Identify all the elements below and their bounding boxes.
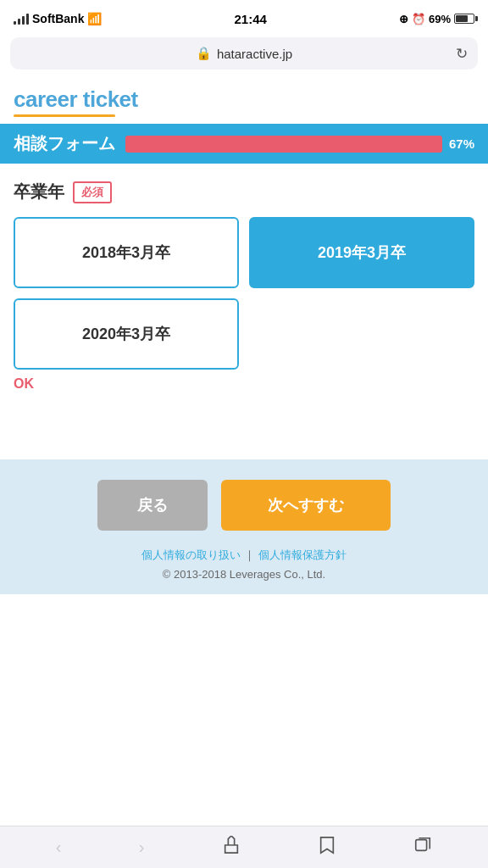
nav-share-icon[interactable] [222,836,241,859]
nav-back-icon[interactable]: ‹ [56,837,62,857]
logo-ticket: ticket [77,86,138,112]
wifi-icon: 📶 [87,12,102,25]
logo-career: career [14,86,77,112]
status-right: ⊕ ⏰ 69% [399,13,474,25]
form-header: 相談フォーム 67% [0,124,488,164]
footer-copyright: © 2013-2018 Leverages Co., Ltd. [14,568,474,581]
nav-forward-icon[interactable]: › [139,837,145,857]
battery-pct: 69% [429,13,451,25]
footer-separator: ｜ [244,548,255,561]
ok-label: OK [14,376,474,392]
main-content: 卒業年 必須 2018年3月卒 2019年3月卒 2020年3月卒 OK [0,164,488,409]
nav-bookmarks-icon[interactable] [318,836,336,859]
action-buttons: 戻る 次へすすむ [14,480,474,531]
privacy-link[interactable]: 個人情報の取り扱い [141,548,241,561]
choice-2018[interactable]: 2018年3月卒 [14,217,239,288]
bottom-section: 戻る 次へすすむ 個人情報の取り扱い ｜ 個人情報保護方針 © 2013-201… [0,459,488,594]
status-left: SoftBank 📶 [14,12,102,25]
choices-grid: 2018年3月卒 2019年3月卒 2020年3月卒 [14,217,474,370]
reload-icon[interactable]: ↻ [456,45,468,63]
privacy-policy-link[interactable]: 個人情報保護方針 [258,548,347,561]
logo-underline [14,114,115,117]
battery-icon [454,14,474,24]
logo: career ticket [14,86,474,113]
nav-tabs-icon[interactable] [413,836,432,859]
status-bar: SoftBank 📶 21:44 ⊕ ⏰ 69% [0,0,488,37]
section-title: 卒業年 [14,181,64,203]
logo-area: career ticket [0,76,488,124]
required-badge: 必須 [73,181,112,203]
browser-nav: ‹ › [0,826,488,868]
url-display: hataractive.jp [217,47,292,61]
time-display: 21:44 [235,12,267,26]
lock-icon: 🔒 [196,46,212,61]
section-label: 卒業年 必須 [14,181,474,203]
choice-2019[interactable]: 2019年3月卒 [249,217,474,288]
carrier-label: SoftBank [32,12,84,25]
progress-bar [125,136,442,153]
form-title: 相談フォーム [14,132,115,155]
next-button[interactable]: 次へすすむ [221,480,391,531]
signal-icon [14,14,29,25]
choice-2020[interactable]: 2020年3月卒 [14,298,239,370]
address-bar[interactable]: 🔒 hataractive.jp ↻ [10,37,478,70]
alarm-icon: ⏰ [412,13,425,25]
progress-container: 67% [125,136,474,153]
svg-rect-0 [416,840,427,851]
footer-links: 個人情報の取り扱い ｜ 個人情報保護方針 [14,548,474,563]
location-icon: ⊕ [399,13,408,25]
back-button[interactable]: 戻る [97,480,208,531]
progress-bar-fill [125,136,442,153]
progress-percent: 67% [449,136,474,151]
